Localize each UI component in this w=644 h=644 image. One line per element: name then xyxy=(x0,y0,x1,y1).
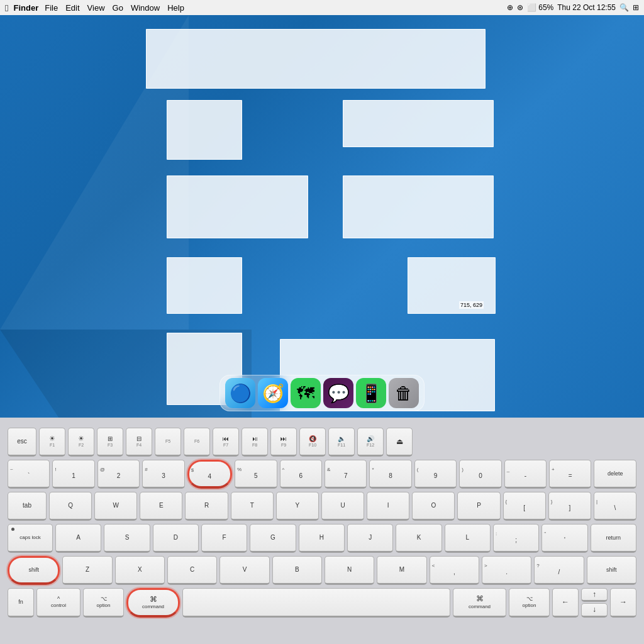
key-8[interactable]: *8 xyxy=(369,460,411,489)
key-r[interactable]: R xyxy=(185,492,228,521)
key-n[interactable]: N xyxy=(325,556,374,585)
dock-maps[interactable]: 🗺 xyxy=(291,378,321,408)
bt-icon[interactable]: ⊛ xyxy=(517,3,523,12)
key-e[interactable]: E xyxy=(140,492,182,521)
key-t[interactable]: T xyxy=(231,492,274,521)
key-capslock[interactable]: caps lock xyxy=(8,524,53,553)
key-f5[interactable]: F5 xyxy=(155,428,181,457)
menu-go[interactable]: Go xyxy=(113,3,123,13)
key-g[interactable]: G xyxy=(250,524,296,553)
key-backslash[interactable]: |\ xyxy=(594,492,636,521)
key-5[interactable]: %5 xyxy=(235,460,277,489)
control-center-icon[interactable]: ⊞ xyxy=(633,3,639,12)
key-f2[interactable]: ☀F2 xyxy=(68,428,94,457)
menu-view[interactable]: View xyxy=(87,3,105,13)
key-f8[interactable]: ⏯F8 xyxy=(242,428,268,457)
key-c[interactable]: C xyxy=(167,556,217,585)
key-f6[interactable]: F6 xyxy=(184,428,210,457)
key-2[interactable]: @2 xyxy=(97,460,140,489)
key-comma[interactable]: <, xyxy=(430,556,479,585)
menu-file[interactable]: File xyxy=(45,3,58,13)
key-eject[interactable]: ⏏ xyxy=(386,428,413,457)
key-esc[interactable]: esc xyxy=(8,428,36,457)
key-backtick[interactable]: ~` xyxy=(8,460,50,489)
key-9[interactable]: (9 xyxy=(414,460,457,489)
key-h[interactable]: H xyxy=(299,524,345,553)
key-f3[interactable]: ⊞F3 xyxy=(97,428,123,457)
key-d[interactable]: D xyxy=(153,524,199,553)
desktop-window-1[interactable] xyxy=(146,29,486,89)
key-shift-left[interactable]: shift xyxy=(8,556,60,585)
search-icon[interactable]: 🔍 xyxy=(619,3,629,12)
desktop-window-6[interactable] xyxy=(167,257,242,314)
key-f11[interactable]: 🔈F11 xyxy=(328,428,355,457)
menu-window[interactable]: Window xyxy=(131,3,160,13)
key-command-right[interactable]: ⌘ command xyxy=(453,588,506,618)
key-f1[interactable]: ☀F1 xyxy=(39,428,65,457)
key-shift-right[interactable]: shift xyxy=(587,556,636,585)
key-s[interactable]: S xyxy=(104,524,150,553)
key-arrow-right[interactable]: → xyxy=(610,588,636,618)
app-name[interactable]: Finder xyxy=(13,3,38,13)
key-delete[interactable]: delete xyxy=(594,460,636,489)
dock-finder[interactable]: 🔵 xyxy=(225,378,255,408)
key-x[interactable]: X xyxy=(115,556,165,585)
key-i[interactable]: I xyxy=(367,492,409,521)
key-b[interactable]: B xyxy=(272,556,322,585)
desktop-window-4[interactable] xyxy=(167,175,308,238)
key-arrow-up[interactable]: ↑ xyxy=(581,588,608,602)
key-arrow-down[interactable]: ↓ xyxy=(581,603,608,617)
key-7[interactable]: &7 xyxy=(325,460,367,489)
key-rbracket[interactable]: }] xyxy=(548,492,591,521)
key-w[interactable]: W xyxy=(94,492,137,521)
key-fn[interactable]: fn xyxy=(8,588,34,618)
key-return[interactable]: return xyxy=(591,524,636,553)
desktop-window-3[interactable] xyxy=(343,100,494,147)
key-4[interactable]: $4 xyxy=(187,460,232,489)
key-equals[interactable]: += xyxy=(549,460,591,489)
desktop-window-5[interactable] xyxy=(343,175,494,238)
menu-edit[interactable]: Edit xyxy=(65,3,79,13)
key-tab[interactable]: tab xyxy=(8,492,47,521)
menu-help[interactable]: Help xyxy=(167,3,184,13)
key-semicolon[interactable]: :; xyxy=(493,524,539,553)
apple-menu[interactable]:  xyxy=(5,3,8,13)
key-z[interactable]: Z xyxy=(62,556,112,585)
dock-safari[interactable]: 🧭 xyxy=(258,378,288,408)
key-f4[interactable]: ⊟F4 xyxy=(126,428,152,457)
key-v[interactable]: V xyxy=(219,556,269,585)
datetime[interactable]: Thu 22 Oct 12:55 xyxy=(557,3,616,12)
key-quote[interactable]: "' xyxy=(541,524,587,553)
key-lbracket[interactable]: {[ xyxy=(503,492,546,521)
key-p[interactable]: P xyxy=(457,492,500,521)
key-f[interactable]: F xyxy=(201,524,247,553)
key-f7[interactable]: ⏮F7 xyxy=(213,428,239,457)
dock-slack[interactable]: 💬 xyxy=(323,378,353,408)
key-option-left[interactable]: ⌥ option xyxy=(83,588,124,618)
wifi-icon[interactable]: ⊕ xyxy=(507,3,513,12)
key-slash[interactable]: ?/ xyxy=(534,556,584,585)
key-u[interactable]: U xyxy=(321,492,364,521)
key-control[interactable]: ^ control xyxy=(36,588,80,618)
dock-phone[interactable]: 📱 xyxy=(356,378,386,408)
key-f12[interactable]: 🔊F12 xyxy=(357,428,384,457)
key-period[interactable]: >. xyxy=(482,556,531,585)
key-o[interactable]: O xyxy=(412,492,455,521)
key-a[interactable]: A xyxy=(55,524,101,553)
key-space[interactable] xyxy=(182,588,450,618)
key-command-left[interactable]: ⌘ command xyxy=(126,588,180,618)
key-arrow-left[interactable]: ← xyxy=(552,588,579,618)
key-0[interactable]: )0 xyxy=(459,460,501,489)
key-m[interactable]: M xyxy=(377,556,426,585)
key-minus[interactable]: _- xyxy=(504,460,547,489)
key-y[interactable]: Y xyxy=(276,492,319,521)
key-option-right[interactable]: ⌥ option xyxy=(509,588,550,618)
desktop-window-7[interactable] xyxy=(408,257,496,314)
desktop-window-2[interactable] xyxy=(167,100,242,160)
key-q[interactable]: Q xyxy=(49,492,92,521)
key-f10[interactable]: 🔇F10 xyxy=(299,428,326,457)
key-k[interactable]: K xyxy=(396,524,441,553)
key-3[interactable]: #3 xyxy=(142,460,184,489)
key-l[interactable]: L xyxy=(445,524,491,553)
key-6[interactable]: ^6 xyxy=(280,460,322,489)
